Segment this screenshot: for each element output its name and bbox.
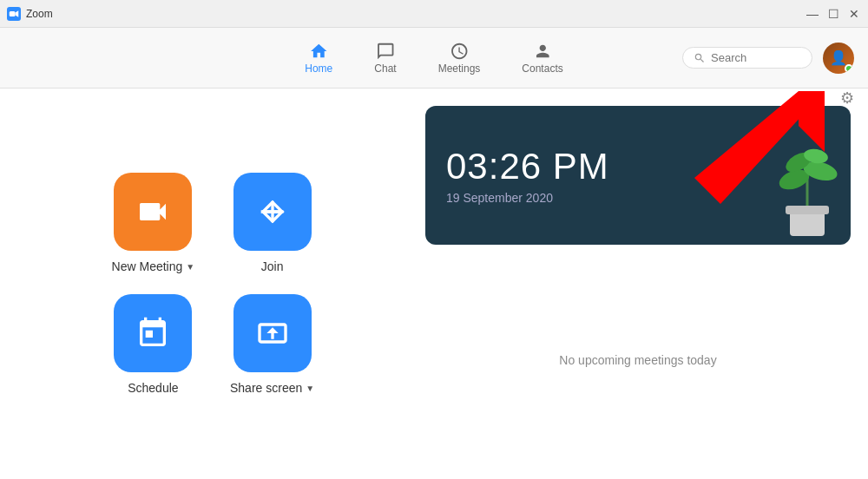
share-screen-label: Share screen ▼ [230, 381, 314, 395]
join-label: Join [261, 259, 284, 273]
new-meeting-label: New Meeting ▼ [112, 259, 195, 273]
nav-contacts[interactable]: Contacts [515, 38, 569, 78]
nav-contacts-label: Contacts [522, 62, 562, 75]
action-schedule[interactable]: Schedule [111, 294, 195, 395]
close-button[interactable]: ✕ [847, 7, 861, 21]
user-avatar[interactable]: 👤 [823, 43, 854, 74]
nav-chat-label: Chat [374, 62, 396, 75]
nav-meetings[interactable]: Meetings [431, 38, 488, 78]
action-share-screen[interactable]: Share screen ▼ [230, 294, 314, 395]
search-input[interactable] [711, 51, 798, 64]
nav-meetings-label: Meetings [438, 62, 481, 75]
svg-marker-1 [16, 10, 19, 17]
nav-home[interactable]: Home [298, 38, 339, 78]
svg-rect-0 [10, 11, 16, 16]
nav-bar: Home Chat Meetings Contacts [0, 28, 868, 89]
new-meeting-dropdown-arrow: ▼ [186, 262, 194, 272]
schedule-label: Schedule [128, 381, 178, 395]
clock-card: 03:26 PM 19 September 2020 [425, 106, 851, 245]
join-button[interactable] [233, 173, 312, 251]
title-bar: Zoom — ☐ ✕ [0, 0, 868, 28]
settings-icon[interactable]: ⚙ [840, 89, 854, 107]
minimize-button[interactable]: — [806, 7, 819, 21]
window-controls: — ☐ ✕ [806, 7, 861, 21]
action-grid: New Meeting ▼ Join [111, 173, 314, 395]
svg-rect-6 [786, 206, 829, 214]
share-screen-dropdown-arrow: ▼ [306, 384, 314, 393]
nav-home-label: Home [305, 62, 332, 75]
nav-center: Home Chat Meetings Contacts [298, 38, 569, 78]
plant-decoration [764, 123, 851, 245]
zoom-logo [7, 7, 21, 21]
search-box[interactable] [682, 47, 812, 69]
left-panel: New Meeting ▼ Join [0, 89, 425, 479]
nav-chat[interactable]: Chat [367, 38, 403, 78]
action-new-meeting[interactable]: New Meeting ▼ [111, 173, 195, 273]
share-screen-button[interactable] [233, 294, 312, 372]
schedule-button[interactable] [114, 294, 192, 372]
app-title: Zoom [26, 8, 53, 20]
title-bar-left: Zoom [7, 7, 53, 21]
right-panel: 03:26 PM 19 September 2020 [425, 89, 868, 479]
no-meetings-message: No upcoming meetings today [425, 259, 851, 462]
main-container: Home Chat Meetings Contacts [0, 28, 868, 479]
action-join[interactable]: Join [230, 173, 314, 273]
new-meeting-button[interactable] [114, 173, 192, 251]
settings-row: ⚙ [840, 89, 854, 108]
nav-right: 👤 [682, 43, 854, 74]
maximize-button[interactable]: ☐ [826, 7, 840, 21]
content-area: New Meeting ▼ Join [0, 89, 868, 479]
online-indicator [845, 64, 853, 73]
